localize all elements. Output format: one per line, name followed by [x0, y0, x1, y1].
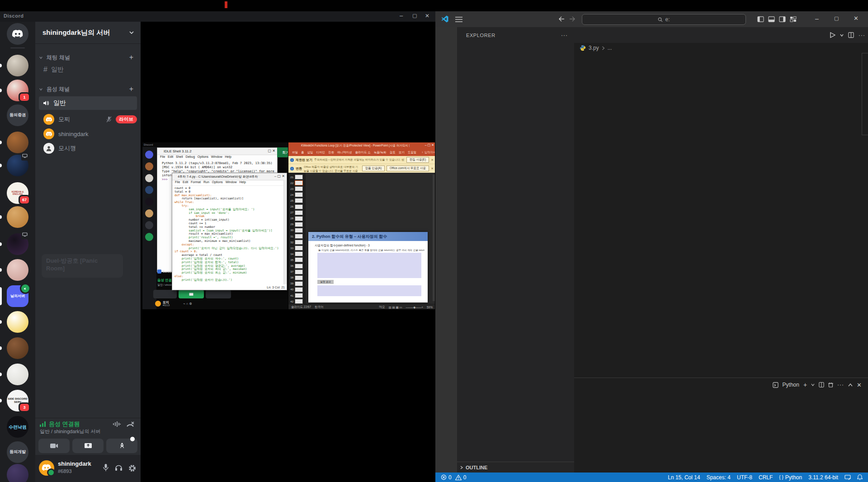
rail-item-server-doom-dev[interactable]: 둠의개발 [7, 441, 28, 463]
voice-location-text[interactable]: 일반 / shiningdark님의 서버 [40, 428, 100, 435]
split-editor-icon[interactable] [848, 32, 854, 38]
discord-minimize-button[interactable]: – [400, 12, 403, 19]
terminal-shell-label[interactable]: Python [783, 382, 799, 388]
breadcrumb-symbol[interactable]: ... [608, 45, 612, 51]
server-duck[interactable] [7, 364, 28, 385]
rail-item-server-black-purple[interactable] [7, 233, 28, 255]
server-doom-stock[interactable]: 둠의증권 [7, 104, 28, 126]
terminal-dropdown-icon[interactable] [811, 383, 815, 386]
gear-icon[interactable] [128, 464, 136, 472]
user-name[interactable]: shiningdark [58, 460, 91, 467]
ppt-slide-thumb-27[interactable]: 27 [289, 210, 303, 215]
ppt-notes-button[interactable]: 메모 [379, 305, 385, 309]
ppt-language[interactable]: 한국어 [315, 305, 324, 309]
back-arrow-icon[interactable] [558, 16, 565, 22]
ppt-window-controls[interactable]: – ▢ ✕ [425, 143, 434, 147]
rail-item-server-red-face[interactable]: 1 [7, 80, 28, 101]
kill-terminal-icon[interactable] [828, 382, 833, 387]
ppt-slide-thumb-40[interactable]: 40 [289, 287, 303, 292]
idle-editor-menubar[interactable]: File Edit Format Run Options Window Help [172, 180, 287, 186]
user-avatar[interactable] [39, 460, 54, 476]
channel-voice-일반[interactable]: 일반 [39, 96, 137, 110]
rail-item-server-space[interactable] [7, 155, 28, 176]
ppt-slide-thumb-41[interactable]: 41 [289, 293, 303, 298]
rail-item-server-pink-anime[interactable] [7, 259, 28, 281]
error-count[interactable]: 0 [448, 474, 452, 481]
idle-editor-code[interactable]: count = 0total = 0def max_min(samlist): … [172, 186, 287, 283]
section-chat-channels[interactable]: 채팅 채널 + [39, 53, 137, 61]
server-doom-dev[interactable]: 둠의개발 [7, 441, 28, 463]
ppt-slide-thumb-36[interactable]: 36 [289, 264, 303, 269]
ppt-slide-rail[interactable]: 2122232425262728293031323334353637383940… [288, 173, 306, 304]
vscode-maximize-button[interactable]: ▢ [834, 15, 839, 21]
ppt-slide-thumb-38[interactable]: 38 [289, 275, 303, 280]
server-suryeon[interactable]: 수련낙원 [7, 416, 28, 438]
voice-member-shiningdark[interactable]: shiningdark [43, 127, 137, 141]
ppt-slide-thumb-32[interactable]: 32 [289, 240, 303, 245]
ppt-ribbon-tab-검토[interactable]: 검토 [390, 151, 396, 155]
rail-item-server-duck[interactable] [7, 364, 28, 385]
ppt-ribbon-tab-보기[interactable]: 보기 [399, 151, 405, 155]
banner-close-icon[interactable]: ✕ [431, 167, 434, 170]
rail-item-server-squirrel[interactable] [7, 337, 28, 359]
office-free-button[interactable]: Office.com에서 무료로 사용 [387, 165, 429, 171]
panel-more-icon[interactable]: ··· [837, 382, 844, 388]
shared-screen[interactable]: Discord IDLE Shell 3.11.2 ▢ ✕ File Edit … [142, 142, 435, 309]
ppt-slide-thumb-33[interactable]: 33 [289, 246, 303, 250]
ppt-ribbon-tab-애니메이션[interactable]: 애니메이션 [337, 151, 352, 155]
ppt-slide-thumb-35[interactable]: 35 [289, 257, 303, 262]
add-channel-button[interactable]: + [129, 53, 133, 61]
python-interpreter[interactable]: 3.11.2 64-bit [808, 474, 838, 481]
ppt-slide[interactable]: 2. Python 함수의 유형 – 사용자정의 함수 사용자정의 함수(use… [308, 232, 428, 302]
server-anime-girl[interactable] [7, 55, 28, 76]
ppt-ribbon-tab-파일[interactable]: 파일 [292, 151, 298, 155]
forward-arrow-icon[interactable] [569, 16, 576, 22]
rail-item-discord-home-button[interactable] [7, 23, 28, 45]
idle-window-controls[interactable]: ▢ ✕ [268, 149, 275, 153]
run-dropdown-icon[interactable] [840, 34, 844, 37]
rail-item-server-shinchan[interactable] [7, 206, 28, 228]
headphones-icon[interactable] [115, 464, 123, 471]
channel-text-일반[interactable]: # 일반 [39, 63, 137, 76]
close-panel-icon[interactable]: ✕ [857, 382, 862, 388]
server-shinchan[interactable] [7, 206, 28, 228]
split-terminal-icon[interactable] [819, 382, 824, 387]
ppt-ribbon-tab-도움말[interactable]: 도움말 [408, 151, 417, 155]
ppt-ribbon-tab-전환[interactable]: 전환 [328, 151, 334, 155]
menu-hamburger-icon[interactable] [455, 17, 462, 22]
ppt-ribbon-tab-삽입[interactable]: 삽입 [307, 151, 313, 155]
ppt-slide-thumb-29[interactable]: 29 [289, 222, 303, 227]
ppt-ribbon-tab-홈[interactable]: 홈 [301, 151, 304, 155]
discord-close-button[interactable]: ✕ [425, 13, 429, 19]
enable-editing-button[interactable]: 편집 사용(E) [406, 157, 429, 163]
vscode-titlebar[interactable]: e: – ▢ ✕ [435, 11, 868, 27]
new-terminal-icon[interactable]: + [803, 381, 807, 388]
activate-button[interactable]: 정품 인증(A) [362, 165, 385, 171]
outline-section[interactable]: OUTLINE [457, 462, 574, 473]
ppt-ribbon-tab-슬라이드 쇼[interactable]: 슬라이드 쇼 [355, 151, 371, 155]
ppt-slide-thumb-37[interactable]: 37 [289, 269, 303, 274]
ppt-slide-thumb-21[interactable]: 21 [289, 175, 303, 180]
banner-close-icon[interactable]: ✕ [431, 158, 434, 162]
server-purple-items[interactable] [7, 464, 28, 482]
toggle-panel-icon[interactable] [768, 16, 775, 22]
mic-icon[interactable] [103, 464, 109, 472]
ppt-slide-thumb-34[interactable]: 34 [289, 251, 303, 256]
code-editor[interactable] [574, 53, 868, 378]
ppt-slide-thumb-25[interactable]: 25 [289, 198, 303, 203]
editor-scrollbar[interactable] [862, 53, 868, 135]
ppt-slide-thumb-39[interactable]: 39 [289, 281, 303, 286]
ppt-slide-thumb-26[interactable]: 26 [289, 204, 303, 209]
voice-member-모찌[interactable]: 모찌라이브 [43, 112, 137, 127]
eol-sequence[interactable]: CRLF [759, 474, 773, 481]
rail-item-server-nim-server[interactable]: 님의서버 [7, 285, 28, 307]
camera-button[interactable] [38, 439, 70, 453]
discord-home-button[interactable] [7, 23, 28, 45]
encoding[interactable]: UTF-8 [737, 474, 752, 481]
ppt-slide-thumb-31[interactable]: 31 [289, 234, 303, 239]
remote-indicator-icon[interactable] [844, 475, 851, 480]
rail-item-server-fox-collage[interactable] [7, 132, 28, 153]
ppt-slide-thumb-22[interactable]: 22 [289, 180, 303, 185]
warning-count[interactable]: 0 [463, 474, 467, 481]
language-mode[interactable]: { } Python [779, 474, 802, 481]
